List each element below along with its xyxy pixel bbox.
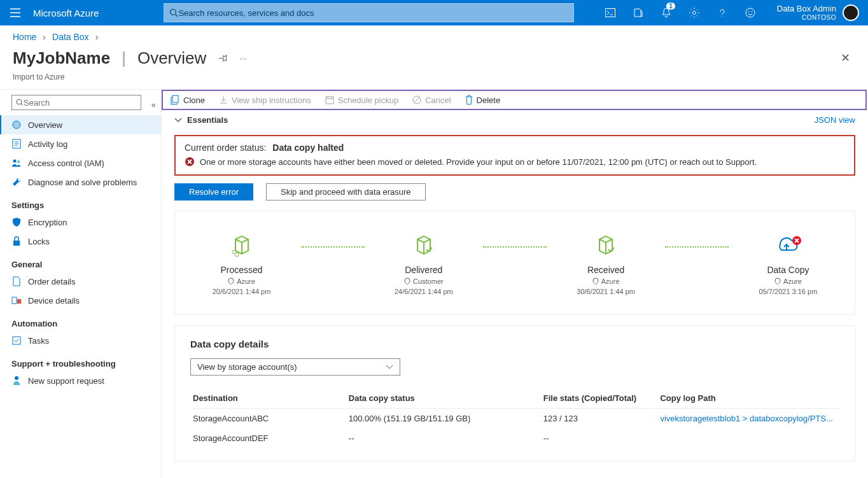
global-search-input[interactable] xyxy=(178,8,568,18)
overview-icon xyxy=(11,120,22,130)
people-icon xyxy=(11,158,22,168)
document-icon xyxy=(11,276,22,286)
resolve-error-button[interactable]: Resolve error xyxy=(174,183,253,200)
sidebar-item-label: Encryption xyxy=(28,218,67,227)
notification-badge: 1 xyxy=(666,3,675,10)
details-card: Data copy details View by storage accoun… xyxy=(174,325,855,461)
cloud-shell-icon[interactable] xyxy=(596,0,624,25)
account-menu[interactable]: Data Box Admin CONTOSO xyxy=(764,4,868,21)
sidebar-item-label: New support request xyxy=(28,376,104,386)
sidebar-item-order-details[interactable]: Order details xyxy=(0,272,161,291)
timeline-step-datacopy: Data Copy Azure 05/7/2021 3:16 pm xyxy=(759,230,818,295)
json-view-link[interactable]: JSON view xyxy=(815,115,855,125)
table-row: StorageAccountABC 100.00% (151.19 GB/151… xyxy=(190,409,839,429)
collapse-sidebar-icon[interactable]: « xyxy=(146,100,161,109)
location-icon xyxy=(774,278,781,285)
svg-point-0 xyxy=(171,10,176,15)
calendar-icon xyxy=(325,95,334,104)
account-name: Data Box Admin xyxy=(777,4,836,13)
sidebar-item-activity-log[interactable]: Activity log xyxy=(0,134,161,153)
svg-point-9 xyxy=(13,160,17,163)
sidebar-search[interactable] xyxy=(11,95,141,110)
view-select[interactable]: View by storage account(s) xyxy=(190,358,400,376)
tasks-icon xyxy=(11,335,22,346)
svg-point-10 xyxy=(17,160,20,163)
chevron-down-icon xyxy=(386,365,393,370)
details-title: Data copy details xyxy=(190,339,839,349)
help-icon[interactable] xyxy=(708,0,736,25)
sidebar-item-label: Activity log xyxy=(28,139,67,149)
avatar xyxy=(843,4,859,21)
schedule-pickup-button[interactable]: Schedule pickup xyxy=(325,95,398,105)
clone-button[interactable]: Clone xyxy=(171,95,205,105)
breadcrumb-home[interactable]: Home xyxy=(13,32,36,42)
essentials-label: Essentials xyxy=(187,115,228,125)
cancel-icon xyxy=(412,95,421,104)
sidebar-item-encryption[interactable]: Encryption xyxy=(0,213,161,232)
pin-icon[interactable] xyxy=(218,53,228,63)
received-icon xyxy=(591,230,621,261)
clone-icon xyxy=(171,95,179,105)
sidebar-item-device-details[interactable]: Device details xyxy=(0,291,161,310)
close-icon[interactable]: ✕ xyxy=(836,46,855,70)
chevron-right-icon: › xyxy=(43,32,46,42)
location-icon xyxy=(592,278,599,285)
delivered-icon xyxy=(409,230,439,261)
svg-rect-14 xyxy=(13,337,20,344)
sidebar-item-tasks[interactable]: Tasks xyxy=(0,331,161,350)
sidebar-item-label: Device details xyxy=(28,296,80,306)
menu-icon[interactable] xyxy=(0,0,31,25)
sidebar-item-access-control[interactable]: Access control (IAM) xyxy=(0,153,161,172)
table-row: StorageAccountDEF -- -- xyxy=(190,428,839,448)
portal-name[interactable]: Microsoft Azure xyxy=(31,8,106,18)
notifications-icon[interactable]: 1 xyxy=(652,0,680,25)
toolbar: Clone View ship instructions Schedule pi… xyxy=(162,90,867,110)
breadcrumb-databox[interactable]: Data Box xyxy=(52,32,89,42)
top-bar: Microsoft Azure 1 Data Box Admin CONTOSO xyxy=(0,0,868,25)
sidebar-item-label: Diagnose and solve problems xyxy=(28,178,137,187)
svg-point-2 xyxy=(692,11,696,15)
sidebar-item-locks[interactable]: Locks xyxy=(0,232,161,251)
directory-icon[interactable] xyxy=(624,0,652,25)
feedback-icon[interactable] xyxy=(736,0,764,25)
sidebar-search-input[interactable] xyxy=(24,98,137,108)
datacopy-icon xyxy=(773,230,803,261)
status-value: Data copy halted xyxy=(272,143,344,153)
view-ship-button[interactable]: View ship instructions xyxy=(219,95,311,105)
delete-button[interactable]: Delete xyxy=(465,95,501,105)
skip-erasure-button[interactable]: Skip and proceed with data erasure xyxy=(266,183,426,200)
timeline-step-delivered: Delivered Customer 24/6/2021 1:44 pm xyxy=(395,230,453,295)
status-message: One or more storage accounts have either… xyxy=(200,157,757,168)
timeline-card: Processed Azure 20/6/2021 1:44 pm Delive… xyxy=(174,211,855,315)
svg-rect-12 xyxy=(12,297,17,304)
processed-icon xyxy=(227,230,257,261)
more-icon[interactable]: ··· xyxy=(239,53,246,63)
settings-icon[interactable] xyxy=(680,0,708,25)
svg-rect-17 xyxy=(326,97,333,104)
svg-point-5 xyxy=(751,11,752,13)
sidebar: « Overview Activity log Access control (… xyxy=(0,90,162,478)
cancel-button[interactable]: Cancel xyxy=(412,95,451,105)
svg-point-4 xyxy=(748,11,749,13)
sidebar-item-new-support[interactable]: New support request xyxy=(0,371,161,390)
col-stats: File stats (Copied/Total) xyxy=(541,388,658,409)
svg-rect-11 xyxy=(13,241,20,246)
chevron-right-icon: › xyxy=(95,32,99,42)
copy-details-table: Destination Data copy status File stats … xyxy=(190,388,839,448)
page-section: Overview xyxy=(137,48,206,68)
global-search[interactable] xyxy=(164,3,574,22)
sidebar-item-overview[interactable]: Overview xyxy=(0,115,161,134)
copy-log-link[interactable]: vivekstoragetestblob1 > databoxcopylog/P… xyxy=(660,414,832,423)
chevron-down-icon[interactable] xyxy=(174,118,182,123)
essentials-row: Essentials JSON view xyxy=(162,110,868,130)
content: Clone View ship instructions Schedule pi… xyxy=(162,90,868,478)
svg-point-6 xyxy=(17,99,22,104)
action-row: Resolve error Skip and proceed with data… xyxy=(162,183,868,211)
device-icon xyxy=(11,295,22,306)
svg-point-15 xyxy=(15,376,18,380)
svg-rect-16 xyxy=(172,95,178,102)
sidebar-item-label: Locks xyxy=(28,237,50,246)
sidebar-item-label: Access control (IAM) xyxy=(28,158,104,168)
sidebar-item-diagnose[interactable]: Diagnose and solve problems xyxy=(0,172,161,192)
lock-icon xyxy=(11,236,22,246)
